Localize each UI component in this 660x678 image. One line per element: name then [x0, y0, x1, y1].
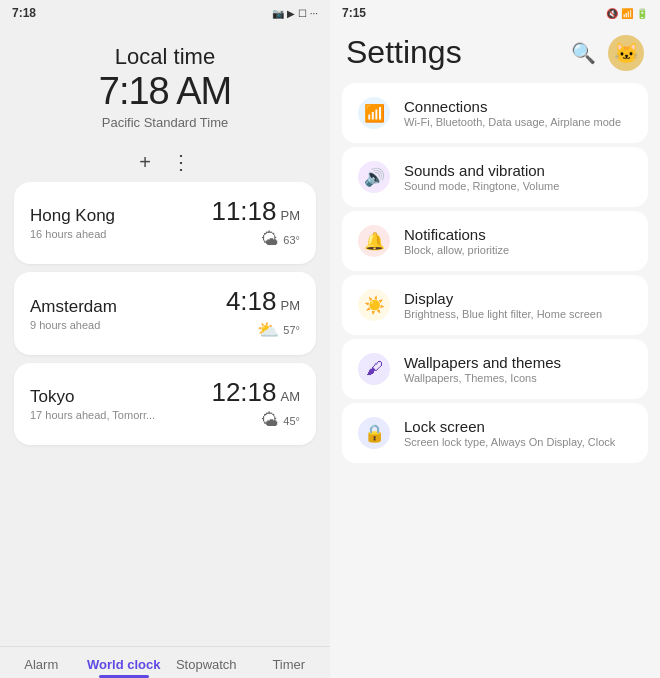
city-ampm-amsterdam: PM: [281, 298, 301, 313]
wallpaper-icon-wrap: 🖌: [356, 351, 392, 387]
settings-item-connections[interactable]: 📶 Connections Wi-Fi, Bluetooth, Data usa…: [342, 83, 648, 143]
city-diff-amsterdam: 9 hours ahead: [30, 319, 117, 331]
more-icon: ···: [310, 8, 318, 19]
settings-header-icons: 🔍 🐱: [571, 35, 644, 71]
weather-icon-amsterdam: ⛅: [257, 319, 279, 341]
display-title: Display: [404, 290, 602, 307]
lockscreen-subtitle: Screen lock type, Always On Display, Clo…: [404, 436, 615, 448]
tab-world-clock[interactable]: World clock: [83, 655, 166, 674]
notifications-icon-wrap: 🔔: [356, 223, 392, 259]
add-city-button[interactable]: +: [139, 151, 151, 174]
city-time-amsterdam: 4:18 PM: [226, 286, 300, 317]
wallpaper-title: Wallpapers and themes: [404, 354, 561, 371]
connections-subtitle: Wi-Fi, Bluetooth, Data usage, Airplane m…: [404, 116, 621, 128]
tab-stopwatch[interactable]: Stopwatch: [165, 655, 248, 674]
settings-item-wallpaper[interactable]: 🖌 Wallpapers and themes Wallpapers, Them…: [342, 339, 648, 399]
settings-item-lockscreen[interactable]: 🔒 Lock screen Screen lock type, Always O…: [342, 403, 648, 463]
display-icon: ☀️: [358, 289, 390, 321]
settings-header: Settings 🔍 🐱: [330, 24, 660, 79]
display-icon-wrap: ☀️: [356, 287, 392, 323]
city-time-value-hong-kong: 11:18: [211, 196, 276, 227]
wallpaper-subtitle: Wallpapers, Themes, Icons: [404, 372, 561, 384]
settings-item-sounds[interactable]: 🔊 Sounds and vibration Sound mode, Ringt…: [342, 147, 648, 207]
city-temp-tokyo: 45°: [283, 415, 300, 427]
notifications-text: Notifications Block, allow, prioritize: [404, 226, 509, 256]
city-info-hong-kong: Hong Kong 16 hours ahead: [30, 206, 115, 240]
city-weather-amsterdam: ⛅ 57°: [257, 319, 300, 341]
sounds-icon-wrap: 🔊: [356, 159, 392, 195]
status-time-left: 7:18: [12, 6, 36, 20]
status-icons-right: 🔇 📶 🔋: [606, 8, 648, 19]
lockscreen-icon: 🔒: [358, 417, 390, 449]
sounds-subtitle: Sound mode, Ringtone, Volume: [404, 180, 559, 192]
city-info-amsterdam: Amsterdam 9 hours ahead: [30, 297, 117, 331]
city-name-hong-kong: Hong Kong: [30, 206, 115, 226]
city-temp-amsterdam: 57°: [283, 324, 300, 336]
city-time-hong-kong: 11:18 PM: [211, 196, 300, 227]
city-time-section-amsterdam: 4:18 PM ⛅ 57°: [226, 286, 300, 341]
city-diff-hong-kong: 16 hours ahead: [30, 228, 115, 240]
settings-item-display[interactable]: ☀️ Display Brightness, Blue light filter…: [342, 275, 648, 335]
lockscreen-title: Lock screen: [404, 418, 615, 435]
status-time-right: 7:15: [342, 6, 366, 20]
city-time-tokyo: 12:18 AM: [211, 377, 300, 408]
city-time-section-hong-kong: 11:18 PM 🌤 63°: [211, 196, 300, 250]
left-panel: 7:18 📷 ▶ ☐ ··· Local time 7:18 AM Pacifi…: [0, 0, 330, 678]
city-temp-hong-kong: 63°: [283, 234, 300, 246]
play-icon: ▶: [287, 8, 295, 19]
settings-list: 📶 Connections Wi-Fi, Bluetooth, Data usa…: [330, 79, 660, 678]
display-subtitle: Brightness, Blue light filter, Home scre…: [404, 308, 602, 320]
connections-title: Connections: [404, 98, 621, 115]
mute-icon: 🔇: [606, 8, 618, 19]
right-panel: 7:15 🔇 📶 🔋 Settings 🔍 🐱 📶 Connections Wi…: [330, 0, 660, 678]
city-diff-tokyo: 17 hours ahead, Tomorr...: [30, 409, 155, 421]
status-bar-right: 7:15 🔇 📶 🔋: [330, 0, 660, 24]
weather-icon-hong-kong: 🌤: [261, 229, 279, 250]
city-info-tokyo: Tokyo 17 hours ahead, Tomorr...: [30, 387, 155, 421]
settings-title: Settings: [346, 34, 462, 71]
city-ampm-hong-kong: PM: [281, 208, 301, 223]
local-time-section: Local time 7:18 AM Pacific Standard Time: [0, 24, 330, 140]
status-icons-left: 📷 ▶ ☐ ···: [272, 8, 318, 19]
search-icon[interactable]: 🔍: [571, 41, 596, 65]
city-name-tokyo: Tokyo: [30, 387, 155, 407]
notifications-subtitle: Block, allow, prioritize: [404, 244, 509, 256]
battery-icon: 🔋: [636, 8, 648, 19]
lockscreen-text: Lock screen Screen lock type, Always On …: [404, 418, 615, 448]
camera-icon: 📷: [272, 8, 284, 19]
local-time-value: 7:18 AM: [0, 70, 330, 113]
notifications-icon: 🔔: [358, 225, 390, 257]
tab-alarm[interactable]: Alarm: [0, 655, 83, 674]
local-time-label: Local time: [0, 44, 330, 70]
city-weather-hong-kong: 🌤 63°: [261, 229, 300, 250]
display-text: Display Brightness, Blue light filter, H…: [404, 290, 602, 320]
city-name-amsterdam: Amsterdam: [30, 297, 117, 317]
city-time-value-amsterdam: 4:18: [226, 286, 277, 317]
signal-icon: 📶: [621, 8, 633, 19]
city-cards: Hong Kong 16 hours ahead 11:18 PM 🌤 63° …: [0, 182, 330, 646]
city-card-hong-kong[interactable]: Hong Kong 16 hours ahead 11:18 PM 🌤 63°: [14, 182, 316, 264]
sounds-title: Sounds and vibration: [404, 162, 559, 179]
settings-item-notifications[interactable]: 🔔 Notifications Block, allow, prioritize: [342, 211, 648, 271]
city-card-amsterdam[interactable]: Amsterdam 9 hours ahead 4:18 PM ⛅ 57°: [14, 272, 316, 355]
sounds-icon: 🔊: [358, 161, 390, 193]
connections-text: Connections Wi-Fi, Bluetooth, Data usage…: [404, 98, 621, 128]
city-time-value-tokyo: 12:18: [211, 377, 276, 408]
lockscreen-icon-wrap: 🔒: [356, 415, 392, 451]
bottom-tabs: Alarm World clock Stopwatch Timer: [0, 646, 330, 678]
wallpaper-icon: 🖌: [358, 353, 390, 385]
more-options-button[interactable]: ⋮: [171, 150, 191, 174]
sounds-text: Sounds and vibration Sound mode, Rington…: [404, 162, 559, 192]
notifications-title: Notifications: [404, 226, 509, 243]
status-bar-left: 7:18 📷 ▶ ☐ ···: [0, 0, 330, 24]
world-clock-actions: + ⋮: [0, 140, 330, 182]
screen-icon: ☐: [298, 8, 307, 19]
connections-icon: 📶: [358, 97, 390, 129]
avatar[interactable]: 🐱: [608, 35, 644, 71]
city-weather-tokyo: 🌤 45°: [261, 410, 300, 431]
local-time-zone: Pacific Standard Time: [0, 115, 330, 130]
connections-icon-wrap: 📶: [356, 95, 392, 131]
city-card-tokyo[interactable]: Tokyo 17 hours ahead, Tomorr... 12:18 AM…: [14, 363, 316, 445]
wallpaper-text: Wallpapers and themes Wallpapers, Themes…: [404, 354, 561, 384]
tab-timer[interactable]: Timer: [248, 655, 331, 674]
